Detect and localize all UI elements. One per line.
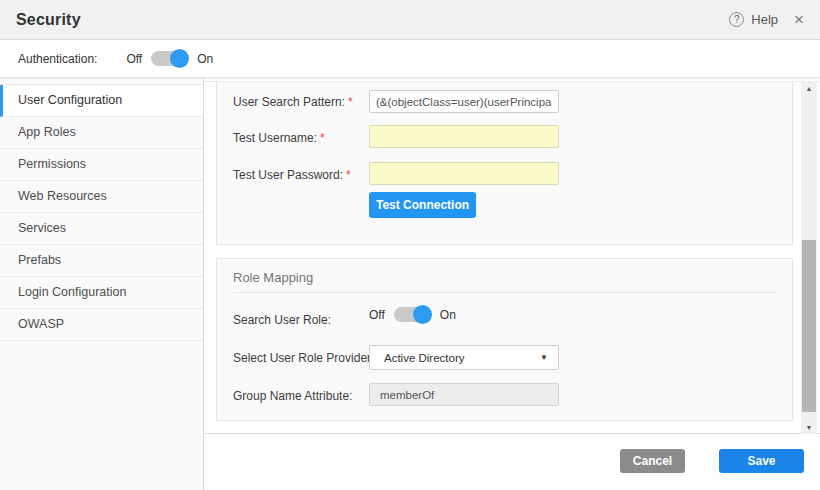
sidebar-item-user-configuration[interactable]: User Configuration [0, 85, 203, 117]
scroll-up-button[interactable]: ▲ [801, 81, 817, 95]
required-asterisk: * [346, 168, 351, 182]
authentication-toggle-group: Off On [126, 51, 213, 66]
scrollbar[interactable]: ▲ ▼ [801, 81, 817, 434]
cancel-button[interactable]: Cancel [620, 449, 685, 473]
test-username-label: Test Username:* [233, 131, 325, 145]
user-search-pattern-input[interactable] [369, 90, 559, 113]
help-link[interactable]: Help [751, 12, 778, 27]
sidebar-item-prefabs[interactable]: Prefabs [0, 245, 203, 277]
dropdown-arrow-icon: ▼ [540, 353, 548, 362]
sidebar-item-owasp[interactable]: OWASP [0, 309, 203, 341]
test-user-password-input[interactable] [369, 162, 559, 185]
dialog-header: Security ? Help × [0, 0, 820, 40]
help-icon[interactable]: ? [729, 12, 744, 27]
group-name-attribute-label: Group Name Attribute: [233, 389, 352, 403]
help-icon-glyph: ? [734, 14, 740, 25]
sidebar-item-app-roles[interactable]: App Roles [0, 117, 203, 149]
dialog-footer: Cancel Save [205, 434, 820, 490]
authentication-label: Authentication: [18, 52, 97, 66]
close-icon[interactable]: × [794, 11, 804, 28]
user-role-provider-select[interactable]: Active Directory ▼ [369, 345, 559, 370]
test-username-input[interactable] [369, 125, 559, 148]
save-button[interactable]: Save [719, 449, 804, 473]
label-text: Test Username: [233, 131, 317, 145]
authentication-on-label: On [197, 52, 213, 66]
authentication-bar: Authentication: Off On [0, 40, 820, 78]
user-search-pattern-label: User Search Pattern:* [233, 95, 353, 109]
sidebar-item-web-resources[interactable]: Web Resources [0, 181, 203, 213]
divider [233, 292, 776, 293]
select-user-role-provider-label: Select User Role Provider: [233, 351, 374, 365]
connection-test-panel: User Search Pattern:* Test Username:* Te… [216, 81, 793, 245]
content-area: User Search Pattern:* Test Username:* Te… [205, 78, 820, 490]
sidebar-item-permissions[interactable]: Permissions [0, 149, 203, 181]
label-text: Test User Password: [233, 168, 343, 182]
group-name-attribute-input [369, 383, 559, 406]
required-asterisk: * [320, 131, 325, 145]
required-asterisk: * [348, 95, 353, 109]
scrollbar-thumb[interactable] [802, 240, 816, 412]
search-user-role-on-label: On [440, 308, 456, 322]
search-user-role-off-label: Off [369, 308, 385, 322]
search-user-role-label: Search User Role: [233, 313, 331, 327]
role-mapping-title: Role Mapping [233, 270, 313, 285]
search-user-role-toggle[interactable] [394, 307, 431, 322]
test-connection-button[interactable]: Test Connection [369, 192, 476, 218]
toggle-knob [170, 49, 189, 68]
scroll-viewport: User Search Pattern:* Test Username:* Te… [205, 81, 820, 434]
authentication-off-label: Off [126, 52, 142, 66]
settings-sidebar: User Configuration App Roles Permissions… [0, 78, 204, 490]
security-dialog: Security ? Help × Authentication: Off On… [0, 0, 820, 490]
sidebar-item-services[interactable]: Services [0, 213, 203, 245]
scroll-down-button[interactable]: ▼ [801, 420, 817, 434]
selected-provider-value: Active Directory [384, 352, 540, 364]
authentication-toggle[interactable] [151, 51, 188, 66]
toggle-knob [413, 305, 432, 324]
role-mapping-panel: Role Mapping Search User Role: Off On Se… [216, 258, 793, 421]
label-text: User Search Pattern: [233, 95, 345, 109]
page-title: Security [16, 11, 81, 29]
sidebar-item-login-configuration[interactable]: Login Configuration [0, 277, 203, 309]
header-actions: ? Help × [729, 11, 804, 28]
test-user-password-label: Test User Password:* [233, 168, 351, 182]
sidebar-list: User Configuration App Roles Permissions… [0, 84, 203, 341]
search-user-role-toggle-group: Off On [369, 307, 456, 322]
